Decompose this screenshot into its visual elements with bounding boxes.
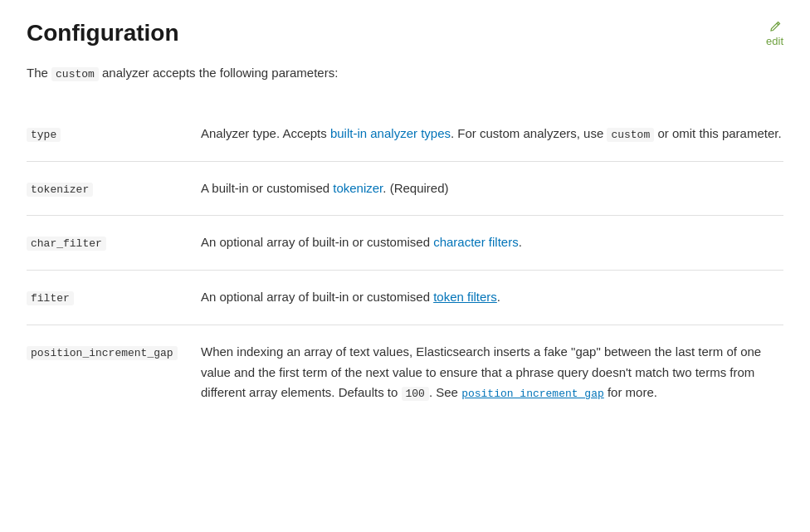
description-cell: An optional array of built-in or customi… — [201, 216, 783, 271]
edit-label: edit — [766, 35, 783, 47]
desc-link[interactable]: character filters — [433, 235, 519, 249]
param-code: tokenizer — [27, 183, 93, 197]
desc-code: 100 — [402, 387, 429, 401]
desc-text: . — [519, 235, 522, 249]
desc-text: Analyzer type. Accepts — [201, 126, 330, 140]
desc-link[interactable]: built-in analyzer types — [330, 126, 451, 140]
param-code: type — [27, 128, 61, 142]
desc-text: or omit this parameter. — [654, 126, 781, 140]
table-row: typeAnalyzer type. Accepts built-in anal… — [27, 107, 783, 161]
param-code: char_filter — [27, 237, 106, 251]
pencil-icon — [769, 20, 782, 33]
param-cell: tokenizer — [27, 161, 201, 216]
desc-text: . — [497, 290, 500, 304]
description-cell: When indexing an array of text values, E… — [201, 325, 783, 420]
desc-link-code[interactable]: position_increment_gap — [461, 388, 604, 400]
intro-code: custom — [51, 67, 99, 81]
desc-text: . (Required) — [383, 181, 448, 195]
edit-link[interactable]: edit — [766, 20, 783, 47]
param-cell: filter — [27, 271, 201, 325]
description-cell: Analyzer type. Accepts built-in analyzer… — [201, 107, 783, 161]
desc-text: An optional array of built-in or customi… — [201, 235, 433, 249]
desc-code: custom — [607, 128, 654, 142]
param-code: position_increment_gap — [27, 346, 178, 360]
table-row: tokenizerA built-in or customised tokeni… — [27, 161, 783, 216]
table-row: position_increment_gapWhen indexing an a… — [27, 325, 783, 420]
table-row: filterAn optional array of built-in or c… — [27, 271, 783, 325]
intro-suffix: analyzer accepts the following parameter… — [102, 66, 338, 80]
desc-text: An optional array of built-in or customi… — [201, 290, 433, 304]
description-cell: A built-in or customised tokenizer. (Req… — [201, 161, 783, 216]
desc-link[interactable]: tokenizer — [333, 181, 383, 195]
param-cell: type — [27, 107, 201, 161]
desc-text: . See — [429, 385, 461, 399]
param-cell: char_filter — [27, 216, 201, 271]
intro-prefix: The — [27, 66, 48, 80]
param-cell: position_increment_gap — [27, 325, 201, 420]
description-cell: An optional array of built-in or customi… — [201, 271, 783, 325]
desc-text: . For custom analyzers, use — [451, 126, 607, 140]
desc-text: A built-in or customised — [201, 181, 333, 195]
desc-link-underline[interactable]: token filters — [433, 290, 497, 304]
table-row: char_filterAn optional array of built-in… — [27, 216, 783, 271]
page-title: Configuration — [27, 20, 179, 46]
intro-paragraph: The custom analyzer accepts the followin… — [27, 63, 783, 84]
desc-text: for more. — [604, 385, 657, 399]
configuration-table: typeAnalyzer type. Accepts built-in anal… — [27, 107, 783, 420]
param-code: filter — [27, 291, 74, 305]
